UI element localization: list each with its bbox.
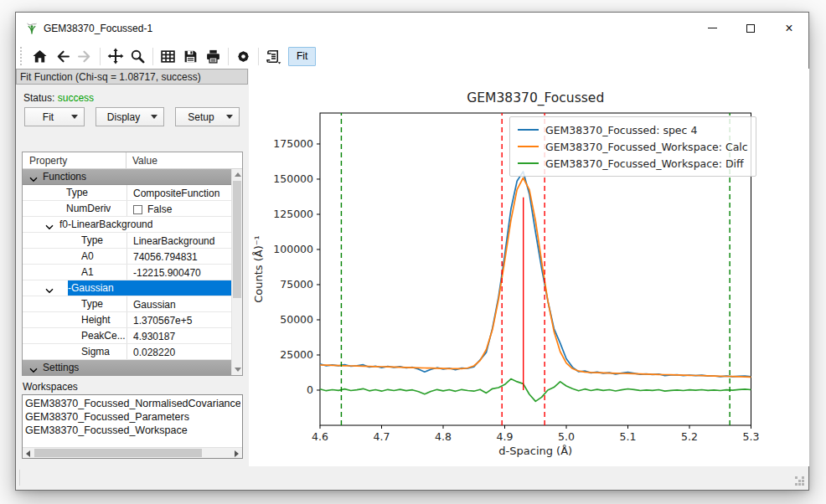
workspaces-horizontal-scrollbar[interactable] <box>23 447 242 458</box>
property-value[interactable]: 74056.794831 <box>126 249 231 264</box>
property-row[interactable]: Settings <box>23 360 231 375</box>
property-table-header: Property Value <box>23 152 242 169</box>
fit-dropdown-button[interactable]: Fit <box>24 107 85 126</box>
title-bar[interactable]: GEM38370_Focussed-1 × <box>16 13 808 44</box>
toolbar-drag-handle[interactable] <box>20 47 24 65</box>
property-row[interactable]: NumDerivFalse <box>23 201 231 217</box>
minimize-button[interactable] <box>693 13 731 44</box>
legend-entry[interactable]: GEM38370_Focussed_Workspace: Calc <box>518 138 748 155</box>
save-button[interactable] <box>179 45 202 67</box>
property-row[interactable]: TypeLinearBackground <box>23 233 231 249</box>
x-tick-label: 4.8 <box>435 430 452 443</box>
property-row[interactable]: Height1.370567e+5 <box>23 312 231 328</box>
expand-chevron-icon[interactable] <box>45 221 54 233</box>
y-tick-label: 0 <box>307 383 313 396</box>
zoom-button[interactable] <box>126 45 149 67</box>
property-name: Type <box>23 298 103 310</box>
numderiv-checkbox[interactable] <box>133 205 142 214</box>
property-value[interactable]: 0.028220 <box>126 344 231 359</box>
scroll-up-icon[interactable] <box>235 172 241 177</box>
property-row[interactable]: PeakCe...4.930187 <box>23 328 231 344</box>
fit-function-panel: Fit Function (Chi-sq = 1.08717, success)… <box>16 69 249 466</box>
property-row[interactable]: A1-12215.900470 <box>23 265 231 280</box>
x-tick-label: 4.7 <box>374 430 390 443</box>
maximize-icon <box>746 24 755 33</box>
table-vertical-scrollbar[interactable] <box>231 169 242 375</box>
minimize-icon <box>708 28 717 28</box>
chevron-down-icon <box>226 115 233 119</box>
plot-title: GEM38370_Focussed <box>467 90 604 106</box>
gear-icon <box>235 49 251 64</box>
property-row[interactable]: Sigma0.028220 <box>23 344 231 360</box>
forward-button[interactable] <box>74 45 96 67</box>
legend-label: GEM38370_Focussed_Workspace: Calc <box>545 141 748 153</box>
property-name: A1 <box>23 266 94 278</box>
resize-grip-icon[interactable] <box>795 476 805 486</box>
legend-line-swatch <box>518 129 539 131</box>
property-value-text: CompositeFunction <box>133 188 219 199</box>
scrollbar-thumb[interactable] <box>233 181 241 298</box>
fit-toggle-button[interactable]: Fit <box>288 47 316 66</box>
expand-chevron-icon[interactable] <box>29 364 38 375</box>
scroll-left-icon[interactable] <box>26 450 30 457</box>
scroll-down-icon[interactable] <box>235 368 241 372</box>
property-row[interactable]: Functions <box>23 169 231 185</box>
customize-button[interactable] <box>232 45 255 67</box>
expand-chevron-icon[interactable] <box>45 285 54 296</box>
property-column-header: Property <box>23 152 126 168</box>
property-value[interactable]: Gaussian <box>126 296 231 311</box>
display-dropdown-button[interactable]: Display <box>96 107 164 126</box>
scroll-right-icon[interactable] <box>235 450 239 457</box>
property-row[interactable]: A074056.794831 <box>23 249 231 265</box>
property-value-text: -12215.900470 <box>133 267 201 279</box>
property-name: NumDeriv <box>23 203 111 214</box>
value-column-header: Value <box>126 152 242 168</box>
property-name: A0 <box>23 250 94 262</box>
print-button[interactable] <box>202 45 225 67</box>
generate-script-button[interactable] <box>262 45 285 67</box>
statusbar-divider <box>19 470 20 486</box>
expand-chevron-icon[interactable] <box>29 173 38 185</box>
property-value-text: 74056.794831 <box>133 251 198 263</box>
x-tick-label: 5.1 <box>620 430 637 443</box>
property-row[interactable]: TypeGaussian <box>23 296 231 312</box>
toolbar-separator <box>152 48 153 65</box>
script-icon <box>265 49 282 64</box>
close-button[interactable]: × <box>770 13 808 44</box>
scrollbar-thumb[interactable] <box>34 449 202 457</box>
fit-dropdown-label: Fit <box>25 111 71 123</box>
workspaces-list[interactable]: GEM38370_Focussed_NormalisedCovarianceMa… <box>22 394 243 459</box>
property-value-text: LinearBackground <box>133 235 214 247</box>
legend-entry[interactable]: GEM38370_Focussed: spec 4 <box>518 121 748 138</box>
subplots-button[interactable] <box>157 45 179 67</box>
property-row[interactable]: TypeCompositeFunction <box>23 185 231 201</box>
setup-dropdown-button[interactable]: Setup <box>175 107 240 126</box>
property-row[interactable]: f0-LinearBackground <box>23 217 231 233</box>
property-value[interactable]: -12215.900470 <box>126 265 231 280</box>
property-value-text: 1.370567e+5 <box>133 315 192 327</box>
legend[interactable]: GEM38370_Focussed: spec 4GEM38370_Focuss… <box>509 116 756 177</box>
property-value[interactable]: LinearBackground <box>126 233 231 248</box>
workspaces-label: Workspaces <box>23 381 78 393</box>
maximize-button[interactable] <box>731 13 770 44</box>
property-value[interactable]: CompositeFunction <box>126 185 231 200</box>
property-value[interactable]: False <box>126 201 231 216</box>
fit-property-table: Property Value FunctionsTypeCompositeFun… <box>22 152 243 376</box>
setup-dropdown-label: Setup <box>176 111 226 123</box>
print-icon <box>205 49 221 64</box>
workspace-list-item[interactable]: GEM38370_Focussed_Parameters <box>25 410 240 424</box>
property-value-text: Gaussian <box>133 299 176 311</box>
property-value[interactable]: 4.930187 <box>126 328 231 343</box>
property-value[interactable]: 1.370567e+5 <box>126 312 231 327</box>
mantid-logo-icon <box>25 22 39 35</box>
home-button[interactable] <box>28 45 51 67</box>
back-button[interactable] <box>51 45 74 67</box>
pan-button[interactable] <box>104 45 126 67</box>
property-row[interactable]: f1-Gaussian <box>23 280 231 296</box>
legend-label: GEM38370_Focussed_Workspace: Diff <box>545 157 744 170</box>
workspace-list-item[interactable]: GEM38370_Focussed_NormalisedCovarianceMa <box>25 397 240 410</box>
workspace-list-item[interactable]: GEM38370_Focussed_Workspace <box>25 424 240 437</box>
x-tick-label: 4.9 <box>497 430 514 443</box>
fit-function-header[interactable]: Fit Function (Chi-sq = 1.08717, success) <box>16 69 248 85</box>
legend-entry[interactable]: GEM38370_Focussed_Workspace: Diff <box>518 155 748 172</box>
